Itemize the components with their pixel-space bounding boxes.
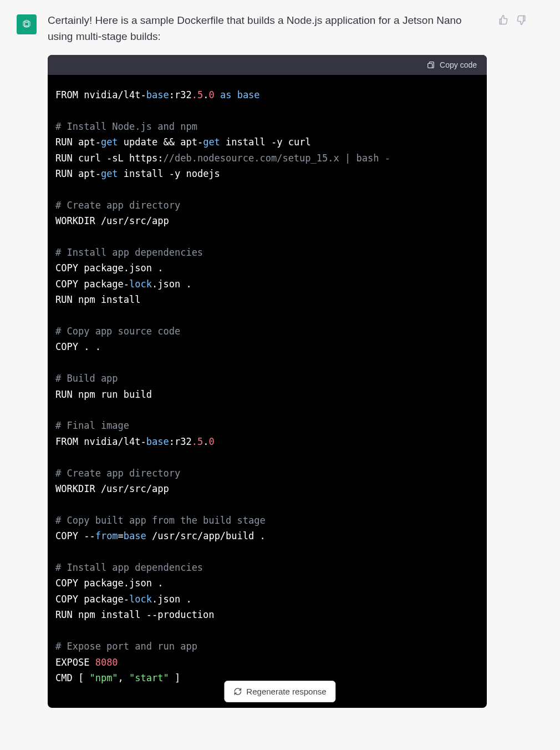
code-block: Copy code FROM nvidia/l4t-base:r32.5.0 a… — [48, 55, 487, 708]
regenerate-response-button[interactable]: Regenerate response — [224, 681, 335, 702]
code-block-header: Copy code — [48, 55, 487, 75]
thumbs-up-button[interactable] — [498, 14, 509, 26]
assistant-intro-text: Certainly! Here is a sample Dockerfile t… — [48, 12, 487, 45]
copy-code-button[interactable]: Copy code — [426, 60, 477, 69]
feedback-buttons — [498, 14, 527, 26]
assistant-message: Certainly! Here is a sample Dockerfile t… — [48, 12, 487, 708]
thumbs-down-icon — [516, 14, 527, 26]
thumbs-down-button[interactable] — [516, 14, 527, 26]
clipboard-icon — [426, 60, 435, 69]
thumbs-up-icon — [498, 14, 509, 26]
copy-code-label: Copy code — [440, 60, 477, 69]
regenerate-label: Regenerate response — [246, 687, 326, 696]
openai-logo-icon — [20, 18, 33, 31]
assistant-avatar — [17, 14, 37, 34]
refresh-icon — [233, 687, 242, 696]
code-content[interactable]: FROM nvidia/l4t-base:r32.5.0 as base # I… — [48, 75, 487, 708]
svg-rect-1 — [428, 63, 432, 68]
